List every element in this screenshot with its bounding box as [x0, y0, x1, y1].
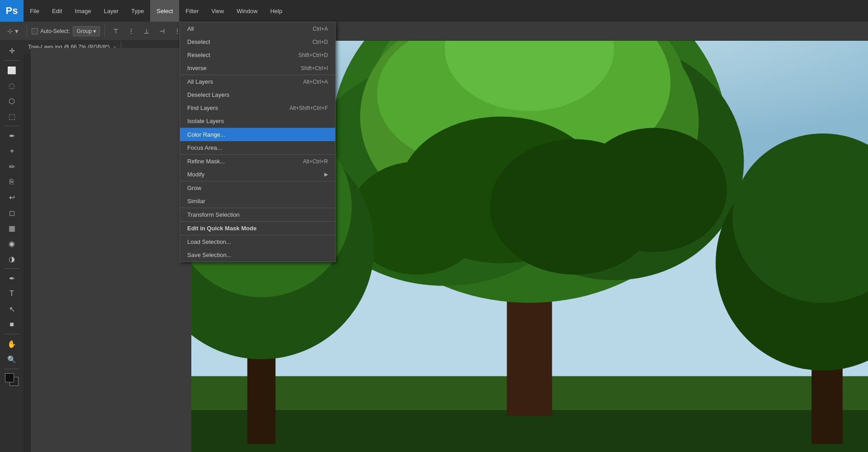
select-dropdown-menu: All Ctrl+A Deselect Ctrl+D Reselect Shif…	[180, 22, 336, 262]
crop-tool[interactable]: ⬚	[5, 109, 19, 124]
menu-help[interactable]: Help	[264, 0, 289, 22]
auto-select-label: Auto-Select:	[40, 28, 70, 34]
menu-edit[interactable]: Edit	[46, 0, 68, 22]
menu-item-color-range[interactable]: Color Range...	[180, 128, 335, 141]
menu-section-basic: All Ctrl+A Deselect Ctrl+D Reselect Shif…	[180, 22, 335, 75]
workspace-left	[31, 48, 191, 452]
align-bottom-btn[interactable]: ⊥	[140, 25, 153, 38]
menu-item-reselect[interactable]: Reselect Shift+Ctrl+D	[180, 48, 335, 62]
ps-logo: Ps	[0, 0, 24, 22]
move-tool-btn[interactable]: ⊹ ▾	[4, 26, 22, 37]
pen-tool[interactable]: ✒	[5, 271, 19, 285]
marquee-tool[interactable]: ⬜	[5, 63, 19, 77]
menu-filter[interactable]: Filter	[179, 0, 205, 22]
menu-image[interactable]: Image	[68, 0, 97, 22]
menu-item-isolate-layers[interactable]: Isolate Layers	[180, 114, 335, 128]
menu-items: File Edit Image Layer Type Select Filter…	[24, 0, 289, 22]
menu-item-find-layers[interactable]: Find Layers Alt+Shift+Ctrl+F	[180, 101, 335, 114]
move-tool[interactable]: ✛	[5, 43, 19, 58]
menu-item-all[interactable]: All Ctrl+A	[180, 22, 335, 35]
history-brush-tool[interactable]: ↩	[5, 190, 19, 205]
heal-tool[interactable]: ⌖	[5, 144, 19, 158]
menu-file[interactable]: File	[24, 0, 46, 22]
menu-view[interactable]: View	[205, 0, 230, 22]
tool-sep-3	[5, 268, 19, 269]
align-top-btn[interactable]: ⊤	[109, 25, 122, 38]
foreground-color[interactable]	[5, 373, 14, 382]
quick-select-tool[interactable]: ⬡	[5, 94, 19, 108]
tool-sep-5	[5, 369, 19, 369]
clone-tool[interactable]: ⎘	[5, 175, 19, 189]
hand-tool[interactable]: ✋	[5, 337, 19, 351]
auto-select-checkbox[interactable]	[32, 28, 38, 34]
toolbar-sep-2	[104, 25, 105, 38]
toolbar-bar: ⊹ ▾ Auto-Select: Group ▾ ⊤ ⋮ ⊥ ⊣ ⋮ ⊢ ⊺ ⊺…	[0, 22, 868, 41]
menu-section-grow: Grow Similar	[180, 181, 335, 208]
auto-select-group: Auto-Select:	[32, 28, 70, 34]
menu-item-inverse[interactable]: Inverse Shift+Ctrl+I	[180, 62, 335, 75]
menu-item-deselect-layers[interactable]: Deselect Layers	[180, 88, 335, 101]
menu-window[interactable]: Window	[230, 0, 264, 22]
eyedropper-tool[interactable]: ✒	[5, 128, 19, 143]
left-ruler	[24, 53, 31, 452]
color-swatches[interactable]	[5, 373, 19, 386]
tool-sep-1	[5, 60, 19, 61]
menu-section-refine: Refine Mask... Alt+Ctrl+R Modify ▶	[180, 155, 335, 181]
menu-layer[interactable]: Layer	[98, 0, 125, 22]
lasso-tool[interactable]: ◌	[5, 78, 19, 93]
left-panel: ✛ ⬜ ◌ ⬡ ⬚ ✒ ⌖ ✏ ⎘ ↩ ◻ ▦ ◉ ◑ ✒ T ↖ ■ ✋ 🔍	[0, 41, 24, 452]
menubar: Ps File Edit Image Layer Type Select Fil…	[0, 0, 868, 22]
menu-item-modify[interactable]: Modify ▶	[180, 168, 335, 181]
menu-type[interactable]: Type	[125, 0, 150, 22]
brush-tool[interactable]: ✏	[5, 159, 19, 174]
align-left-btn[interactable]: ⊣	[156, 25, 168, 38]
toolbar-sep-1	[27, 25, 27, 38]
canvas-area: Tree-Laws.jpg @ 66.7% (RGB/8*) ×	[24, 41, 868, 452]
menu-section-color: Color Range... Focus Area...	[180, 128, 335, 155]
group-dropdown[interactable]: Group ▾	[73, 26, 100, 36]
blur-tool[interactable]: ◉	[5, 236, 19, 251]
menu-item-refine-mask[interactable]: Refine Mask... Alt+Ctrl+R	[180, 155, 335, 168]
menu-select[interactable]: Select	[150, 0, 179, 22]
align-vcenter-btn[interactable]: ⋮	[125, 25, 138, 38]
zoom-tool[interactable]: 🔍	[5, 352, 19, 366]
menu-item-deselect[interactable]: Deselect Ctrl+D	[180, 35, 335, 48]
menu-section-transform: Transform Selection	[180, 208, 335, 222]
svg-point-20	[580, 128, 727, 252]
menu-section-layers: All Layers Alt+Ctrl+A Deselect Layers Fi…	[180, 75, 335, 128]
menu-section-quickmask: Edit in Quick Mask Mode	[180, 222, 335, 235]
menu-item-all-layers[interactable]: All Layers Alt+Ctrl+A	[180, 75, 335, 88]
menu-item-save-selection[interactable]: Save Selection...	[180, 248, 335, 262]
menu-item-focus-area[interactable]: Focus Area...	[180, 141, 335, 154]
menu-item-load-selection[interactable]: Load Selection...	[180, 235, 335, 248]
path-select-tool[interactable]: ↖	[5, 302, 19, 316]
menu-item-grow[interactable]: Grow	[180, 181, 335, 195]
menu-item-transform-selection[interactable]: Transform Selection	[180, 208, 335, 221]
menu-item-edit-quick-mask[interactable]: Edit in Quick Mask Mode	[180, 222, 335, 235]
tool-sep-4	[5, 334, 19, 334]
tool-sep-2	[5, 126, 19, 126]
menu-section-save: Load Selection... Save Selection...	[180, 235, 335, 262]
type-tool[interactable]: T	[5, 286, 19, 301]
shape-tool[interactable]: ■	[5, 317, 19, 332]
eraser-tool[interactable]: ◻	[5, 205, 19, 220]
dodge-tool[interactable]: ◑	[5, 252, 19, 266]
gradient-tool[interactable]: ▦	[5, 221, 19, 235]
menu-item-similar[interactable]: Similar	[180, 195, 335, 208]
